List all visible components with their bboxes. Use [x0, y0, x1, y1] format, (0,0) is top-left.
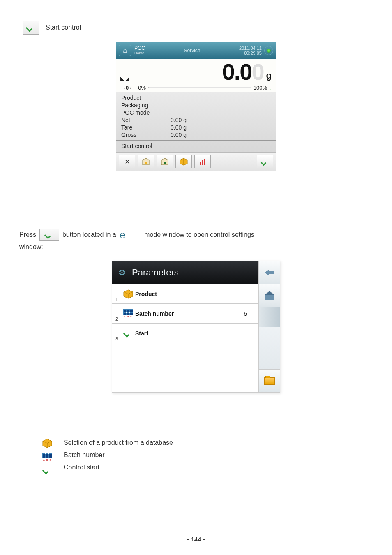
load-bar — [148, 87, 251, 88]
footer-btn-chart[interactable] — [194, 155, 211, 168]
svg-rect-8 — [202, 160, 203, 165]
row-num: 2 — [115, 317, 121, 321]
e-logo-icon: ℮ — [120, 229, 125, 240]
home-icon — [264, 291, 275, 300]
row-num: 3 — [115, 336, 121, 341]
inline-check-button[interactable] — [39, 229, 59, 241]
scrollbar-segment[interactable] — [259, 307, 280, 327]
stability-icon: ◣◢ — [120, 75, 129, 82]
check-icon — [121, 330, 135, 337]
back-arrow-icon — [265, 269, 274, 276]
weight-unit: g — [266, 70, 272, 81]
instr-press: Press — [19, 231, 36, 238]
legend-product: Selction of a product from a database — [64, 439, 173, 446]
instr-middle: button located in a — [62, 231, 116, 238]
instr-window: window: — [19, 243, 369, 251]
pgc-mode-screenshot: ⌂ PGC Home Service 2011.04.11 09:29:05 ◣… — [116, 42, 276, 171]
row-value: 6 — [244, 310, 247, 317]
parameters-title: Parameters — [132, 267, 179, 278]
side-toolbar — [258, 261, 280, 393]
param-row-batch[interactable]: 2 A B C Batch number 6 — [112, 304, 258, 324]
weight-value: 0.0 — [222, 59, 252, 85]
row-tare-value: 0.00 g — [171, 124, 187, 131]
svg-rect-1 — [145, 162, 147, 164]
status-led-icon — [264, 46, 273, 55]
header-date: 2011.04.11 — [239, 46, 262, 51]
device-header: ⌂ PGC Home Service 2011.04.11 09:29:05 — [116, 42, 276, 59]
abc-grid-icon: A B C — [121, 309, 135, 318]
check-icon — [261, 158, 270, 165]
weight-ghost-digit: 0 — [251, 59, 263, 85]
header-subtitle: Home — [134, 51, 145, 56]
footer-btn-cube[interactable] — [175, 155, 192, 168]
bar-left-pct: 0% — [138, 85, 146, 91]
svg-rect-3 — [164, 162, 166, 164]
weight-readout: 0.00 — [129, 60, 264, 83]
header-title: PGC — [134, 45, 145, 51]
cube-icon — [121, 289, 135, 299]
start-control-button[interactable] — [23, 21, 39, 35]
footer-btn-tools[interactable]: ✕ — [119, 155, 135, 168]
row-num: 1 — [115, 297, 121, 302]
side-back-button[interactable] — [259, 261, 280, 284]
zero-indicator: →0← — [120, 85, 134, 91]
start-control-label: Start control — [46, 24, 81, 31]
home-icon[interactable]: ⌂ — [119, 45, 131, 56]
param-row-start[interactable]: 3 Start — [112, 324, 258, 343]
cube-icon — [42, 438, 53, 448]
check-icon — [45, 231, 54, 238]
row-label: Batch number — [135, 310, 244, 317]
bar-right-pct: 100% — [254, 85, 267, 91]
param-row-product[interactable]: 1 Product — [112, 284, 258, 304]
instr-tail: mode window to open control settings — [144, 231, 254, 238]
folder-icon — [264, 377, 275, 385]
row-packaging: Packaging — [121, 102, 171, 109]
row-gross-label: Gross — [121, 132, 171, 138]
parameters-screenshot: ⚙ Parameters 1 Product 2 A B C Batch num… — [112, 261, 280, 393]
legend-batch: Batch number — [64, 451, 173, 459]
row-start-control: Start control — [121, 143, 152, 149]
legend-start: Control start — [64, 464, 173, 471]
row-label: Start — [135, 330, 247, 337]
footer-btn-confirm[interactable] — [257, 155, 273, 168]
footer-btn-box1[interactable] — [138, 155, 154, 168]
gear-icon: ⚙ — [116, 267, 128, 278]
side-home-button[interactable] — [259, 284, 280, 307]
row-gross-value: 0.00 g — [171, 132, 187, 138]
arrow-down-icon: ↓ — [269, 84, 272, 91]
check-icon — [26, 24, 35, 31]
svg-rect-7 — [200, 162, 201, 165]
row-tare-label: Tare — [121, 124, 171, 131]
row-net-label: Net — [121, 117, 171, 123]
side-folder-button[interactable] — [259, 370, 280, 393]
svg-rect-9 — [204, 159, 205, 165]
header-time: 09:29:05 — [239, 51, 262, 56]
row-net-value: 0.00 g — [171, 117, 187, 123]
footer-btn-box2[interactable] — [157, 155, 173, 168]
page-number: - 144 - — [0, 536, 392, 543]
check-icon — [43, 467, 52, 474]
row-label: Product — [135, 291, 247, 297]
row-product: Product — [121, 95, 171, 101]
row-pgc-mode: PGC mode — [121, 109, 171, 116]
abc-grid-icon: A B C — [42, 452, 53, 461]
header-service: Service — [145, 48, 239, 53]
